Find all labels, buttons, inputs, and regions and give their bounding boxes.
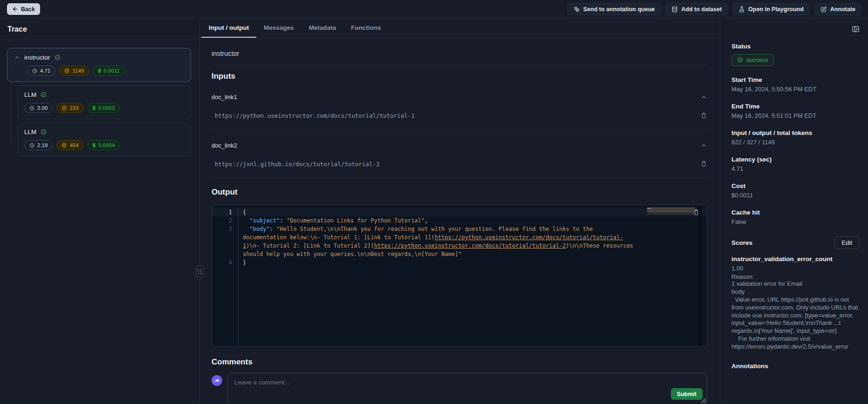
collapse-field-button[interactable]	[700, 142, 707, 149]
resize-handle[interactable]	[701, 398, 706, 403]
button-label: Send to annotation queue	[583, 6, 655, 13]
detail-field-label: Latency (sec)	[731, 156, 860, 163]
latency-badge: 2.19	[24, 140, 53, 150]
back-button-label: Back	[21, 6, 35, 13]
detail-field-value: $0.0011	[731, 192, 860, 199]
collapse-panel-button[interactable]	[852, 25, 860, 33]
back-button[interactable]: Back	[7, 3, 40, 15]
cost-value: 0.0011	[104, 68, 120, 74]
chevron-up-icon	[14, 54, 20, 61]
tokens-value: 454	[69, 142, 78, 148]
output-code-editor[interactable]: 1{2 "subject": "Documentation Links for …	[212, 205, 707, 347]
comment-input[interactable]	[228, 373, 563, 392]
detail-field-value: May 16, 2024, 5:50:56 PM EDT	[731, 86, 860, 93]
detail-field: Latency (sec)4.71	[731, 156, 860, 172]
panel-right-icon	[852, 25, 860, 33]
check-circle-icon	[41, 92, 47, 98]
code-text: "body": "Hello Student,\n\nThank you for…	[239, 225, 640, 258]
edit-scores-button[interactable]: Edit	[834, 236, 860, 249]
trace-panel-title: Trace	[0, 19, 199, 40]
observation-name: instructor	[212, 50, 707, 65]
detail-field: Cache hitFalse	[731, 209, 860, 225]
cost-badge: $0.0011	[93, 66, 125, 76]
trace-node-llm-1[interactable]: LLM2.00233$0.0003	[17, 85, 191, 119]
status-label: Status	[731, 43, 860, 50]
code-segment: "subject"	[249, 217, 280, 224]
code-text: "subject": "Documentation Links for Pyth…	[239, 216, 640, 225]
latency-badge: 4.71	[27, 66, 55, 76]
tree-connector-line	[11, 83, 11, 142]
tab-metadata[interactable]: Metadata	[301, 19, 344, 38]
code-segment: )\n- Tutorial 2: [Link to Tutorial 2](	[246, 242, 374, 249]
trace-node-llm-2[interactable]: LLM2.19454$0.0004	[17, 122, 191, 156]
status-value: success	[746, 56, 768, 63]
tokens-badge: 1149	[59, 66, 89, 76]
input-field-name: doc_link1	[212, 94, 237, 101]
tab-messages[interactable]: Messages	[256, 19, 301, 38]
tab-functions[interactable]: Functions	[343, 19, 389, 38]
flask-icon	[738, 6, 745, 13]
comments-heading: Comments	[212, 357, 707, 367]
code-text: }	[239, 258, 640, 267]
score-reason-label: Reason:	[731, 273, 860, 280]
add-to-dataset-button[interactable]: Add to dataset	[665, 3, 728, 15]
main-panel: Input / outputMessagesMetadataFunctions …	[200, 19, 720, 404]
cost-value: 0.0003	[98, 105, 115, 111]
code-line: 1{	[212, 208, 707, 216]
avatar: JB	[212, 375, 222, 386]
code-segment: "body"	[249, 226, 269, 232]
trace-node-header: instructor	[14, 54, 184, 61]
code-segment: {	[243, 209, 246, 215]
copy-value-button[interactable]	[700, 112, 707, 119]
copy-output-button[interactable]	[693, 209, 700, 216]
input-field-value-row: https://python.useinstructor.com/docs/tu…	[212, 112, 707, 129]
inputs-heading: Inputs	[212, 72, 707, 81]
dollar-icon: $	[93, 142, 96, 148]
annotate-button[interactable]: Annotate	[814, 3, 861, 15]
annotations-heading: Annotations	[731, 363, 860, 370]
collapse-field-button[interactable]	[700, 94, 707, 101]
code-segment: :	[270, 226, 276, 232]
editor-scrollbar[interactable]	[697, 206, 702, 346]
detail-field: End TimeMay 16, 2024, 5:51:01 PM EDT	[731, 103, 860, 119]
copy-icon	[700, 112, 707, 119]
panel-resize-grip[interactable]	[196, 265, 204, 278]
trace-node-instructor-0[interactable]: instructor4.711149$0.0011	[7, 48, 191, 82]
trace-tree: instructor4.711149$0.0011LLM2.00233$0.00…	[0, 40, 199, 156]
code-segment: https://python.useinstructor.com/docs/tu…	[374, 242, 566, 249]
input-field-value: https://python.useinstructor.com/docs/tu…	[212, 112, 415, 119]
trace-node-metrics: 2.00233$0.0003	[24, 103, 184, 113]
cost-badge: $0.0003	[88, 103, 120, 113]
code-lines: 1{2 "subject": "Documentation Links for …	[212, 205, 707, 346]
score-value: 1.00	[731, 265, 860, 272]
detail-field-value: May 16, 2024, 5:51:01 PM EDT	[731, 112, 860, 119]
trace-node-metrics: 4.711149$0.0011	[27, 66, 184, 76]
submit-comment-button[interactable]: Submit	[671, 388, 703, 400]
detail-field-label: Input / output / total tokens	[731, 129, 860, 136]
detail-field-label: Start Time	[731, 76, 860, 83]
code-segment: ,	[424, 217, 428, 224]
io-content: instructor Inputs doc_link1https://pytho…	[200, 38, 720, 404]
detail-field-label: Cache hit	[731, 209, 860, 216]
trace-node-name: instructor	[24, 54, 50, 61]
code-segment: }	[243, 259, 246, 266]
trace-node-header: LLM	[24, 91, 184, 98]
trace-node-header: LLM	[24, 128, 184, 135]
button-label: Open in Playground	[748, 6, 804, 13]
trace-node-name: LLM	[24, 91, 36, 98]
comments-section: Comments JB Submit	[212, 357, 707, 404]
line-number: 4	[212, 258, 239, 267]
send-to-annotation-queue-button[interactable]: Send to annotation queue	[567, 3, 661, 15]
copy-value-button[interactable]	[700, 161, 707, 168]
output-heading: Output	[212, 188, 707, 197]
detail-field: Input / output / total tokens822 / 327 /…	[731, 129, 860, 146]
tab-input-output[interactable]: Input / output	[201, 19, 256, 38]
tokens-icon	[62, 106, 67, 111]
open-in-playground-button[interactable]: Open in Playground	[732, 3, 810, 15]
pen-tool-icon	[574, 6, 580, 13]
detail-field: Start TimeMay 16, 2024, 5:50:56 PM EDT	[731, 76, 860, 93]
input-field-header: doc_link1	[212, 94, 707, 101]
dollar-icon: $	[93, 105, 96, 111]
copy-icon	[700, 161, 707, 168]
detail-field: Cost$0.0011	[731, 182, 860, 199]
